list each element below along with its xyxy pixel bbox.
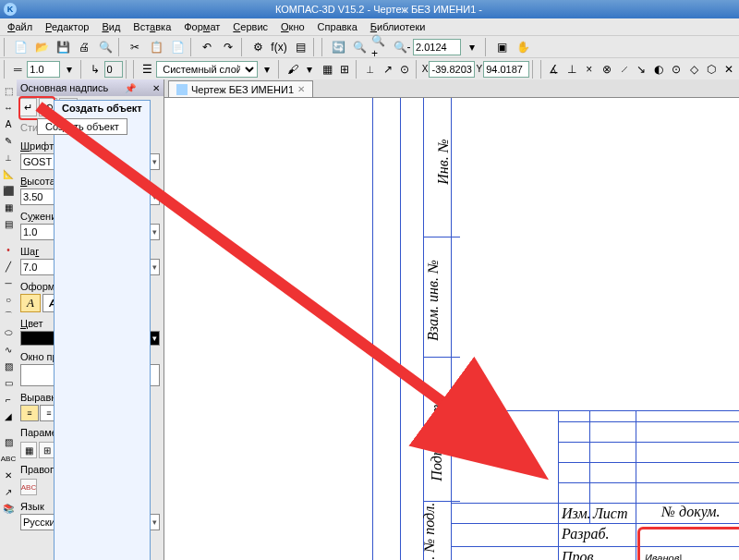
linewidth-input[interactable] — [27, 61, 60, 78]
canvas-area: Чертеж БЕЗ ИМЕНИ1 ✕ Инв. № Взам. инв. № … — [164, 79, 739, 560]
dd-icon[interactable]: ▾ — [61, 59, 78, 79]
ortho-icon[interactable]: ⟂ — [362, 59, 379, 79]
snap1-icon[interactable]: ∡ — [546, 59, 563, 79]
x-input[interactable] — [429, 61, 475, 78]
zoom-window-icon[interactable]: 🔍 — [349, 37, 370, 57]
param1-icon[interactable]: ▦ — [20, 442, 37, 458]
dd3-icon[interactable]: ▾ — [301, 59, 318, 79]
menu-libs[interactable]: Библиотеки — [365, 19, 431, 34]
fx-icon[interactable]: f(x) — [269, 37, 289, 57]
tooltip-create: Создать объект — [54, 100, 151, 560]
fill-icon[interactable]: ◢ — [1, 408, 16, 423]
drawing-canvas[interactable]: Инв. № Взам. инв. № Подп. и дата Инв. № … — [164, 98, 739, 560]
meas-icon[interactable]: 📐 — [1, 166, 16, 181]
snap7-icon[interactable]: ◐ — [650, 59, 667, 79]
open-icon[interactable]: 📂 — [31, 37, 52, 57]
menu-format[interactable]: Формат — [178, 19, 225, 34]
menu-insert[interactable]: Вставка — [127, 19, 176, 34]
spline-icon[interactable]: ∿ — [1, 342, 16, 357]
line-icon[interactable]: ─ — [1, 275, 16, 290]
tool-icon[interactable]: ⚙ — [248, 37, 268, 57]
undo-icon[interactable]: ↶ — [197, 37, 217, 57]
dropdown-icon[interactable]: ▾ — [462, 37, 482, 57]
tab-close-icon[interactable]: ✕ — [297, 84, 305, 94]
vars-icon[interactable]: ▤ — [290, 37, 310, 57]
coord-icon[interactable]: ↗ — [380, 59, 396, 79]
edit-icon[interactable]: ✎ — [1, 133, 16, 148]
text-icon[interactable]: A — [1, 116, 16, 131]
snap-icon[interactable]: ⊞ — [336, 59, 353, 79]
align-left-button[interactable]: ≡ — [20, 405, 39, 421]
menu-file[interactable]: Файл — [2, 19, 38, 34]
ellipse-icon[interactable]: ⬭ — [1, 325, 16, 340]
spec-icon[interactable]: ▦ — [1, 200, 16, 214]
spell-icon[interactable]: ABC — [20, 479, 37, 495]
menu-service[interactable]: Сервис — [227, 19, 273, 34]
menu-edit[interactable]: Редактор — [40, 19, 94, 34]
fit-icon[interactable]: ▣ — [491, 37, 512, 57]
paste-icon[interactable]: 📄 — [167, 37, 188, 57]
new-icon[interactable]: 📄 — [10, 37, 30, 57]
snap9-icon[interactable]: ◇ — [685, 59, 702, 79]
snap2-icon[interactable]: ⊥ — [563, 59, 580, 79]
draw-r2: Пров. — [562, 549, 598, 560]
circle-icon[interactable]: ○ — [1, 292, 16, 307]
draw-r1: Разраб. — [562, 526, 609, 542]
grid-icon[interactable]: ▦ — [319, 59, 335, 79]
pan-icon[interactable]: ✋ — [513, 37, 533, 57]
line-style-icon[interactable]: ═ — [9, 59, 26, 79]
zoom-out-icon[interactable]: 🔍- — [392, 37, 412, 57]
snap10-icon[interactable]: ⬡ — [703, 59, 720, 79]
hatch-icon[interactable]: ▨ — [1, 359, 16, 373]
italic-button[interactable]: A — [20, 294, 41, 312]
menu-window[interactable]: Окно — [275, 19, 310, 34]
geom-icon[interactable]: ⬚ — [1, 83, 16, 98]
menu-help[interactable]: Справка — [312, 19, 363, 34]
arr-icon[interactable]: ↗ — [1, 484, 16, 499]
param-icon[interactable]: ⟂ — [1, 150, 16, 164]
snap11-icon[interactable]: ✕ — [721, 59, 737, 79]
y-input[interactable] — [483, 61, 529, 78]
document-tab[interactable]: Чертеж БЕЗ ИМЕНИ1 ✕ — [168, 80, 313, 97]
arrow-icon[interactable]: ↳ — [87, 59, 103, 79]
hatch2-icon[interactable]: ▨ — [1, 434, 16, 449]
mlib-icon[interactable]: 📚 — [1, 501, 16, 516]
step-input[interactable] — [104, 61, 123, 78]
dd2-icon[interactable]: ▾ — [259, 59, 275, 79]
toolbar-2: ═ ▾ ↳ ☰ Системный слой (0) ▾ 🖌 ▾ ▦ ⊞ ⟂ ↗… — [0, 57, 739, 79]
save-icon[interactable]: 💾 — [53, 37, 73, 57]
copy-icon[interactable]: 📋 — [146, 37, 166, 57]
create-object-button[interactable]: ↵ — [18, 98, 37, 116]
x2-icon[interactable]: ✕ — [1, 468, 16, 482]
redo-icon[interactable]: ↷ — [218, 37, 238, 57]
preview-icon[interactable]: 🔍 — [95, 37, 115, 57]
local-icon[interactable]: ⊙ — [396, 59, 413, 79]
cham-icon[interactable]: ⌐ — [1, 392, 16, 407]
aux-icon[interactable]: ╱ — [1, 259, 16, 274]
rect-icon[interactable]: ▭ — [1, 375, 16, 390]
arc-icon[interactable]: ⌒ — [1, 309, 16, 323]
zoom-input[interactable] — [413, 39, 461, 55]
refresh-icon[interactable]: 🔄 — [328, 37, 348, 57]
layer-icon[interactable]: ☰ — [139, 59, 155, 79]
brush-icon[interactable]: 🖌 — [285, 59, 301, 79]
app-icon: K — [4, 3, 17, 16]
sel-icon[interactable]: ⬛ — [1, 183, 16, 198]
rep-icon[interactable]: ▤ — [1, 216, 16, 231]
menu-view[interactable]: Вид — [96, 19, 126, 34]
dim-icon[interactable]: ↔ — [1, 100, 16, 115]
draw-col3: Подп. и дата — [429, 396, 445, 481]
pt-icon[interactable]: • — [1, 242, 16, 257]
snap5-icon[interactable]: ⟋ — [616, 59, 633, 79]
pin-icon[interactable]: 📌 — [125, 83, 136, 93]
close-panel-icon[interactable]: ✕ — [152, 83, 160, 93]
snap4-icon[interactable]: ⊗ — [599, 59, 615, 79]
snap3-icon[interactable]: × — [581, 59, 598, 79]
snap8-icon[interactable]: ⊙ — [668, 59, 684, 79]
snap6-icon[interactable]: ↘ — [634, 59, 650, 79]
abc-icon[interactable]: ABC — [1, 451, 16, 466]
zoom-in-icon[interactable]: 🔍+ — [370, 37, 391, 57]
cut-icon[interactable]: ✂ — [125, 37, 145, 57]
layer-select[interactable]: Системный слой (0) — [156, 61, 258, 78]
print-icon[interactable]: 🖨 — [74, 37, 94, 57]
